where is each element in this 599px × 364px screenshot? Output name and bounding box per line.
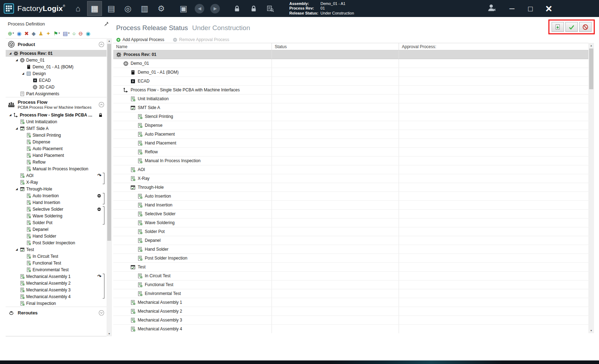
add-approval-process-button[interactable]: Add Approval Process <box>116 37 164 42</box>
table-row-process-rev-01[interactable]: Process Rev: 01 <box>113 50 588 59</box>
table-row-solder-pot[interactable]: Solder Pot <box>113 227 588 236</box>
tree-item-process-rev-01[interactable]: ◢Process Rev: 01 <box>6 50 107 57</box>
table-row-ecad[interactable]: ECAD <box>113 77 588 86</box>
table-row-in-circuit-test[interactable]: In Circuit Test <box>113 272 588 280</box>
release-document-button[interactable] <box>552 22 564 32</box>
tree-item-auto-insertion[interactable]: Auto Insertion <box>6 192 107 199</box>
collapse-up-icon[interactable] <box>98 41 104 47</box>
table-row-environmental-test[interactable]: Environmental Test <box>113 289 588 298</box>
link-icon[interactable]: ◉ <box>17 31 22 36</box>
table-row-process-flow-single-side-pcba-with-machine-interfaces[interactable]: Process Flow - Single Side PCBA with Mac… <box>113 86 588 95</box>
table-row-wave-soldering[interactable]: Wave Soldering <box>113 218 588 227</box>
process-definition-icon[interactable]: ▦ <box>87 1 102 16</box>
key-icon[interactable]: ✦ <box>46 31 51 36</box>
scroll-up-arrow[interactable]: ▲ <box>107 38 112 44</box>
table-row-mechanical-assembly-2[interactable]: Mechanical Assembly 2 <box>113 307 588 316</box>
add-icon[interactable]: ⊕▾ <box>8 31 14 36</box>
close-button[interactable]: × <box>544 3 554 14</box>
back-icon[interactable]: ◀ <box>195 4 204 13</box>
tree-item-process-flow-single-side-pcba-with[interactable]: ◢Process Flow - Single Side PCBA with... <box>6 112 107 118</box>
tree-item-reflow[interactable]: Reflow <box>6 159 107 165</box>
table-row-mechanical-assembly-4[interactable]: Mechanical Assembly 4 <box>113 325 588 333</box>
table-row-depanel[interactable]: Depanel <box>113 236 588 245</box>
tree-item-demo-01-a1-bom[interactable]: Demo_01 - A1 (BOM) <box>6 63 107 70</box>
tree-item-demo-01[interactable]: ◢Demo_01 <box>6 57 107 63</box>
save-icon[interactable]: ▣ <box>176 1 190 16</box>
tree-item-ecad[interactable]: ECAD <box>6 77 107 84</box>
tree-item-part-assignments[interactable]: Part Assignments <box>6 90 107 97</box>
column-header-approval-process[interactable]: Approval Process: <box>399 43 588 50</box>
audit-icon[interactable] <box>263 1 277 16</box>
flag-icon[interactable]: ⚑▾ <box>53 31 60 36</box>
table-scrollbar[interactable]: ▲ ▼ <box>588 43 594 333</box>
tree-item-hand-insertion[interactable]: Hand Insertion <box>6 199 107 206</box>
tree-item-post-solder-inspection[interactable]: Post Solder Inspection <box>6 239 107 246</box>
expander-icon[interactable]: ◢ <box>15 248 18 251</box>
dispatch-icon[interactable]: ◎ <box>121 1 135 16</box>
home-icon[interactable]: ⌂ <box>71 1 85 16</box>
expander-icon[interactable]: ◢ <box>8 113 12 116</box>
minimize-button[interactable]: ─ <box>507 5 517 12</box>
documents-icon[interactable]: ▥ <box>137 1 152 16</box>
table-row-mechanical-assembly-3[interactable]: Mechanical Assembly 3 <box>113 316 588 325</box>
tree-item-3d-cad[interactable]: 3D CAD <box>6 84 107 90</box>
table-row-post-solder-inspection[interactable]: Post Solder Inspection <box>113 254 588 263</box>
tree-item-aoi[interactable]: AOI↷ <box>6 172 107 179</box>
column-header-status[interactable]: Status <box>272 43 399 50</box>
disable-icon[interactable]: ⊖ <box>79 31 83 36</box>
table-row-mechanical-assembly-1[interactable]: Mechanical Assembly 1 <box>113 298 588 307</box>
left-panel-scrollbar[interactable]: ▲ ▼ <box>107 38 112 336</box>
delete-icon[interactable]: ✖ <box>24 31 29 36</box>
expander-icon[interactable]: ◢ <box>8 52 12 55</box>
expander-icon[interactable]: ◢ <box>15 127 18 130</box>
tree-item-mechanical-assembly-4[interactable]: Mechanical Assembly 4 <box>6 293 107 300</box>
tree-item-manual-in-process-inspection[interactable]: Manual In Process Inspection <box>6 165 107 172</box>
scroll-down-arrow[interactable]: ▼ <box>107 331 112 336</box>
approve-button[interactable] <box>565 22 578 32</box>
expander-icon[interactable]: ◢ <box>15 187 18 190</box>
table-row-dispense[interactable]: Dispense <box>113 121 588 130</box>
tree-item-unit-initialization[interactable]: Unit Initialization <box>6 118 107 125</box>
tree-item-design[interactable]: ◢Design <box>6 70 107 77</box>
expand-down-icon[interactable] <box>98 310 104 316</box>
tree-item-mechanical-assembly-3[interactable]: Mechanical Assembly 3 <box>6 286 107 293</box>
table-row-manual-in-process-inspection[interactable]: Manual In Process Inspection <box>113 157 588 165</box>
tree-item-mechanical-assembly-2[interactable]: Mechanical Assembly 2 <box>6 280 107 286</box>
table-row-through-hole[interactable]: Through-Hole <box>113 183 588 192</box>
table-row-aoi[interactable]: AOI <box>113 165 588 174</box>
table-row-smt-side-a[interactable]: SMT Side A <box>113 103 588 112</box>
tree-item-dispense[interactable]: Dispense <box>6 138 107 145</box>
compare-icon[interactable]: ◆ <box>32 31 36 36</box>
tree-item-test[interactable]: ◢Test <box>6 246 107 253</box>
info-icon[interactable]: ◉ <box>86 31 90 36</box>
production-icon[interactable]: ▤ <box>104 1 118 16</box>
process-flow-section-header[interactable]: Process Flow PCBA Process Flow w/ Machin… <box>6 97 107 112</box>
column-header-name[interactable]: Name <box>113 43 272 50</box>
scroll-thumb[interactable] <box>589 49 593 89</box>
table-row-hand-insertion[interactable]: Hand Insertion <box>113 201 588 210</box>
product-section-header[interactable]: Product <box>6 39 107 50</box>
layers-icon[interactable]: ▤▾ <box>63 31 69 36</box>
maximize-button[interactable]: □ <box>525 5 535 12</box>
table-row-functional-test[interactable]: Functional Test <box>113 280 588 289</box>
scroll-thumb[interactable] <box>107 44 111 241</box>
tree-item-selective-solder[interactable]: Selective Solder <box>6 206 107 212</box>
table-row-x-ray[interactable]: X-Ray <box>113 174 588 183</box>
tree-item-x-ray[interactable]: X-Ray <box>6 179 107 186</box>
table-row-demo-01-a1-bom[interactable]: Demo_01 - A1 (BOM) <box>113 68 588 77</box>
scroll-up-arrow[interactable]: ▲ <box>588 43 594 48</box>
tree-item-stencil-printing[interactable]: Stencil Printing <box>6 132 107 138</box>
tree-item-solder-pot[interactable]: Solder Pot <box>6 219 107 226</box>
tree-item-hand-solder[interactable]: Hand Solder <box>6 233 107 239</box>
table-row-reflow[interactable]: Reflow <box>113 148 588 157</box>
pin-icon[interactable] <box>104 21 109 26</box>
tree-item-in-circuit-test[interactable]: In Circuit Test <box>6 253 107 260</box>
forward-icon[interactable]: ▶ <box>210 4 220 13</box>
user-icon[interactable]: ♟ <box>39 31 43 36</box>
table-row-demo-01[interactable]: Demo_01 <box>113 59 588 68</box>
lock-icon[interactable] <box>246 1 261 16</box>
table-row-auto-insertion[interactable]: Auto Insertion <box>113 192 588 201</box>
tree-item-mechanical-assembly-1[interactable]: Mechanical Assembly 1↷ <box>6 273 107 280</box>
tree-item-depanel[interactable]: Depanel <box>6 226 107 233</box>
tree-item-hand-placement[interactable]: Hand Placement <box>6 152 107 159</box>
